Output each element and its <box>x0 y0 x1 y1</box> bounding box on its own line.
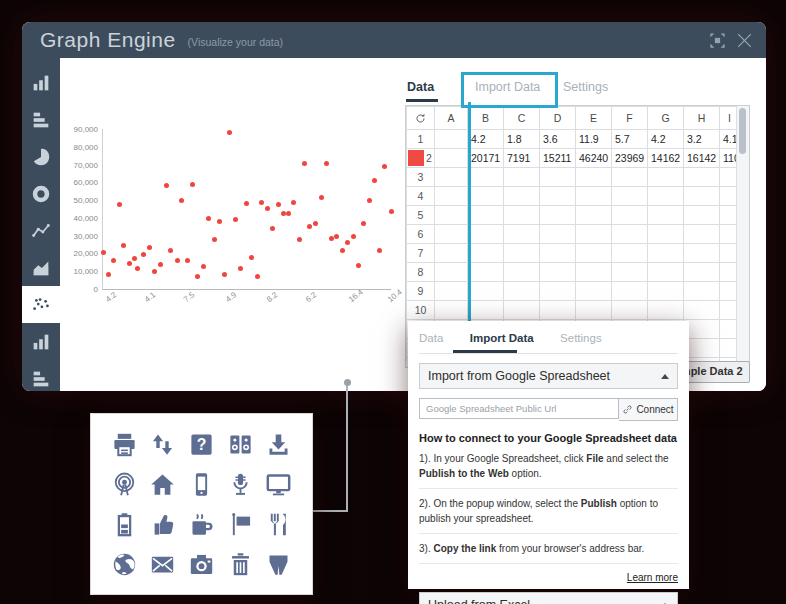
cell-H8[interactable] <box>684 263 720 282</box>
tab-settings[interactable]: Settings <box>563 80 608 94</box>
cell-F3[interactable] <box>612 168 648 187</box>
column-header-B[interactable]: B <box>468 107 504 130</box>
cell-C3[interactable] <box>504 168 540 187</box>
cell-F8[interactable] <box>612 263 648 282</box>
cell-G5[interactable] <box>648 206 684 225</box>
column-header-H[interactable]: H <box>684 107 720 130</box>
column-header-E[interactable]: E <box>576 107 612 130</box>
cell-D7[interactable] <box>540 244 576 263</box>
cell-D4[interactable] <box>540 187 576 206</box>
sidebar-item-bar-chart-horizontal[interactable] <box>22 360 60 391</box>
sidebar-item-column-chart[interactable] <box>22 323 60 360</box>
sidebar-item-column-chart[interactable] <box>22 64 60 101</box>
cell-D9[interactable] <box>540 282 576 301</box>
cell-H5[interactable] <box>684 206 720 225</box>
cell-F6[interactable] <box>612 225 648 244</box>
cell-C9[interactable] <box>504 282 540 301</box>
accordion-import-google-spreadsheet[interactable]: Import from Google Spreadsheet <box>419 363 678 389</box>
cell-D10[interactable] <box>540 301 576 320</box>
cell-H6[interactable] <box>684 225 720 244</box>
cell-C1[interactable]: 1.8 <box>504 130 540 149</box>
cell-E5[interactable] <box>576 206 612 225</box>
cell-A5[interactable] <box>435 206 468 225</box>
broadcast-icon[interactable] <box>105 464 144 504</box>
accordion-upload-from-excel[interactable]: Upload from Excel <box>419 592 678 604</box>
row-header-5[interactable]: 5 <box>407 206 435 225</box>
cell-C5[interactable] <box>504 206 540 225</box>
printer-icon[interactable] <box>105 424 144 464</box>
cell-H9[interactable] <box>684 282 720 301</box>
shorts-icon[interactable] <box>259 544 298 584</box>
trash-icon[interactable] <box>221 544 260 584</box>
connect-button[interactable]: Connect <box>619 398 678 421</box>
mail-icon[interactable] <box>144 544 183 584</box>
cell-H2[interactable]: 16142 <box>684 149 720 168</box>
row-header-10[interactable]: 10 <box>407 301 435 320</box>
download-icon[interactable] <box>259 424 298 464</box>
cell-G3[interactable] <box>648 168 684 187</box>
cell-G4[interactable] <box>648 187 684 206</box>
sidebar-item-donut-chart[interactable] <box>22 175 60 212</box>
cell-E3[interactable] <box>576 168 612 187</box>
row-header-1[interactable]: 1 <box>407 130 435 149</box>
monitor-icon[interactable] <box>259 464 298 504</box>
cell-D6[interactable] <box>540 225 576 244</box>
cell-H10[interactable] <box>684 301 720 320</box>
cell-G6[interactable] <box>648 225 684 244</box>
cell-B9[interactable] <box>468 282 504 301</box>
row-header-9[interactable]: 9 <box>407 282 435 301</box>
cell-A9[interactable] <box>435 282 468 301</box>
cell-B7[interactable] <box>468 244 504 263</box>
cell-B10[interactable] <box>468 301 504 320</box>
cell-F1[interactable]: 5.7 <box>612 130 648 149</box>
column-header-F[interactable]: F <box>612 107 648 130</box>
cell-D1[interactable]: 3.6 <box>540 130 576 149</box>
fullscreen-icon[interactable] <box>708 31 727 50</box>
sort-arrows-icon[interactable] <box>144 424 183 464</box>
cell-B8[interactable] <box>468 263 504 282</box>
learn-more-link[interactable]: Learn more <box>419 572 678 583</box>
cell-B3[interactable] <box>468 168 504 187</box>
cell-H3[interactable] <box>684 168 720 187</box>
cell-E8[interactable] <box>576 263 612 282</box>
cell-C8[interactable] <box>504 263 540 282</box>
cell-G2[interactable]: 14162 <box>648 149 684 168</box>
row-header-7[interactable]: 7 <box>407 244 435 263</box>
tab-data[interactable]: Data <box>407 80 434 94</box>
cell-E7[interactable] <box>576 244 612 263</box>
cell-F4[interactable] <box>612 187 648 206</box>
row-header-2[interactable]: 2 <box>407 149 435 168</box>
cell-H4[interactable] <box>684 187 720 206</box>
close-icon[interactable] <box>735 31 754 50</box>
cell-H7[interactable] <box>684 244 720 263</box>
cell-F5[interactable] <box>612 206 648 225</box>
cell-B6[interactable] <box>468 225 504 244</box>
cell-C10[interactable] <box>504 301 540 320</box>
battery-icon[interactable] <box>105 504 144 544</box>
sidebar-item-bar-chart-horizontal[interactable] <box>22 101 60 138</box>
cell-B1[interactable]: 4.2 <box>468 130 504 149</box>
grid-vscrollbar[interactable] <box>736 106 749 367</box>
cell-D8[interactable] <box>540 263 576 282</box>
popup-tab-settings[interactable]: Settings <box>560 332 602 344</box>
cell-E2[interactable]: 46240 <box>576 149 612 168</box>
cell-E6[interactable] <box>576 225 612 244</box>
cell-B5[interactable] <box>468 206 504 225</box>
home-icon[interactable] <box>144 464 183 504</box>
row-header-3[interactable]: 3 <box>407 168 435 187</box>
cell-E1[interactable]: 11.9 <box>576 130 612 149</box>
sidebar-item-pie-chart[interactable] <box>22 138 60 175</box>
sync-icon[interactable] <box>407 107 435 130</box>
cell-D3[interactable] <box>540 168 576 187</box>
sidebar-item-line-chart[interactable] <box>22 212 60 249</box>
cell-C4[interactable] <box>504 187 540 206</box>
cell-F2[interactable]: 23969 <box>612 149 648 168</box>
cell-E9[interactable] <box>576 282 612 301</box>
cell-A1[interactable] <box>435 130 468 149</box>
column-header-A[interactable]: A <box>435 107 468 130</box>
popup-tab-import-data[interactable]: Import Data <box>470 332 534 344</box>
cell-D2[interactable]: 15211 <box>540 149 576 168</box>
cell-C6[interactable] <box>504 225 540 244</box>
cell-G7[interactable] <box>648 244 684 263</box>
cell-D5[interactable] <box>540 206 576 225</box>
